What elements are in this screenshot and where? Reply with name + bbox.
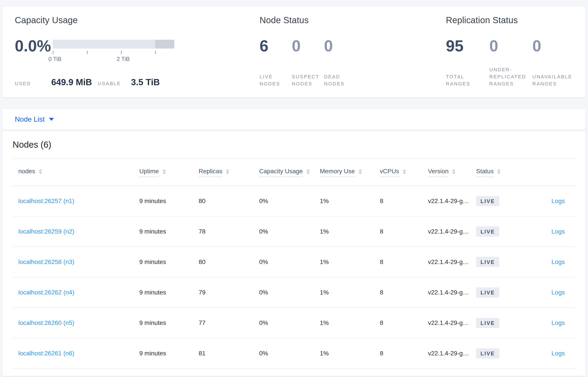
dead-nodes-value: 0 [324,38,356,54]
version-cell: v22.1.4-29-g… [428,289,476,296]
memory-use-cell: 1% [320,289,380,296]
column-header-capacity-usage[interactable]: Capacity Usage [259,168,320,177]
table-row: localhost:26261 (n6) 9 minutes 81 0% 1% … [12,338,576,369]
capacity-usage-title: Capacity Usage [15,15,249,25]
unavailable-ranges-stat: 0 UNAVAILABLE RANGES [532,38,583,87]
live-nodes-stat: 6 LIVE NODES [259,38,292,87]
node-status-title: Node Status [259,15,436,25]
node-list-dropdown[interactable]: Node List [15,115,54,123]
sort-icon [358,169,362,174]
memory-use-cell: 1% [320,228,380,235]
replicas-cell: 77 [199,319,259,327]
replicas-cell: 80 [199,259,259,266]
uptime-cell: 9 minutes [139,228,199,235]
view-selector-bar: Node List [2,109,586,130]
unavailable-ranges-label: UNAVAILABLE RANGES [532,73,583,87]
node-link[interactable]: localhost:26258 (n3) [18,259,74,265]
column-header-version[interactable]: Version [428,168,476,177]
replicas-cell: 79 [199,289,259,296]
table-row: localhost:26260 (n5) 9 minutes 77 0% 1% … [12,308,576,338]
node-link[interactable]: localhost:26262 (n4) [18,289,74,296]
axis-tick [87,51,88,54]
version-cell: v22.1.4-29-g… [428,228,476,235]
suspect-nodes-stat: 0 SUSPECT NODES [292,38,324,87]
table-row: localhost:26259 (n2) 9 minutes 78 0% 1% … [12,217,576,247]
status-badge: LIVE [476,226,499,237]
vcpus-cell: 8 [380,289,428,296]
table-title-block: Nodes (6) [12,131,576,159]
under-replicated-ranges-label: UNDER-REPLICATED RANGES [489,66,532,87]
replicas-cell: 80 [199,198,259,205]
status-badge: LIVE [476,287,499,297]
column-header-replicas[interactable]: Replicas [199,168,259,177]
usable-label: USABLE [98,81,121,86]
capacity-bar-other-segment [155,40,174,48]
uptime-cell: 9 minutes [139,289,199,296]
vcpus-cell: 8 [380,259,428,266]
logs-link[interactable]: Logs [551,289,565,296]
replicas-cell: 81 [199,350,259,357]
under-replicated-ranges-stat: 0 UNDER-REPLICATED RANGES [489,38,532,87]
memory-use-cell: 1% [320,198,380,205]
sort-icon [452,169,456,174]
capacity-usage-section: Capacity Usage 0.0% 0 TiB 2 TiB USED [15,15,249,97]
axis-tick-label: 0 TiB [48,56,61,62]
logs-link[interactable]: Logs [551,319,565,326]
node-link[interactable]: localhost:26259 (n2) [18,228,74,235]
axis-tick [121,51,122,54]
unavailable-ranges-value: 0 [532,38,583,54]
table-row: localhost:26258 (n3) 9 minutes 80 0% 1% … [12,247,576,277]
cluster-summary-card: Capacity Usage 0.0% 0 TiB 2 TiB USED [2,6,586,98]
capacity-usage-cell: 0% [259,198,320,205]
vcpus-cell: 8 [380,198,428,205]
table-row: localhost:26262 (n4) 9 minutes 79 0% 1% … [12,277,576,308]
uptime-cell: 9 minutes [139,350,199,357]
live-nodes-label: LIVE NODES [259,73,292,87]
uptime-cell: 9 minutes [139,198,199,205]
replicas-cell: 78 [199,228,259,235]
node-link[interactable]: localhost:26257 (n1) [18,198,74,204]
table-row: localhost:26257 (n1) 9 minutes 80 0% 1% … [12,186,576,217]
memory-use-cell: 1% [320,350,380,357]
suspect-nodes-value: 0 [292,38,324,54]
capacity-usage-cell: 0% [259,228,320,235]
table-header-row: nodes Uptime Replicas Capacity Usage Mem… [12,159,576,186]
column-header-status[interactable]: Status [476,168,527,177]
uptime-cell: 9 minutes [139,259,199,266]
status-badge: LIVE [476,348,499,358]
used-label: USED [15,81,31,86]
status-badge: LIVE [476,196,499,206]
node-link[interactable]: localhost:26260 (n5) [18,319,74,326]
capacity-usage-cell: 0% [259,319,320,327]
column-header-uptime[interactable]: Uptime [139,168,199,177]
sort-icon [497,169,501,174]
nodes-table-title: Nodes (6) [12,140,51,150]
chevron-down-icon [49,118,54,121]
logs-link[interactable]: Logs [551,198,565,204]
vcpus-cell: 8 [380,350,428,357]
column-header-vcpus[interactable]: vCPUs [380,168,428,177]
memory-use-cell: 1% [320,319,380,327]
node-link[interactable]: localhost:26261 (n6) [18,350,74,357]
column-header-nodes[interactable]: nodes [12,168,139,177]
replication-status-section: Replication Status 95 TOTAL RANGES 0 UND… [446,15,583,97]
live-nodes-value: 6 [259,38,292,54]
node-status-section: Node Status 6 LIVE NODES 0 SUSPECT NODES… [259,15,436,97]
nodes-table-card: Nodes (6) nodes Uptime Replicas Capacity… [2,131,586,376]
capacity-usage-cell: 0% [259,289,320,296]
status-badge: LIVE [476,257,499,267]
logs-link[interactable]: Logs [551,350,565,357]
column-header-memory-use[interactable]: Memory Use [320,168,380,177]
status-badge: LIVE [476,318,499,328]
sort-icon [163,169,166,174]
capacity-bar-chart: 0 TiB 2 TiB [53,40,174,63]
capacity-usage-cell: 0% [259,350,320,357]
total-ranges-value: 95 [446,38,489,54]
sort-icon [306,169,310,174]
logs-link[interactable]: Logs [551,228,565,235]
logs-link[interactable]: Logs [551,259,565,265]
version-cell: v22.1.4-29-g… [428,198,476,205]
sort-icon [403,169,406,174]
capacity-bar-usable-segment [53,40,155,48]
sort-icon [226,169,229,174]
